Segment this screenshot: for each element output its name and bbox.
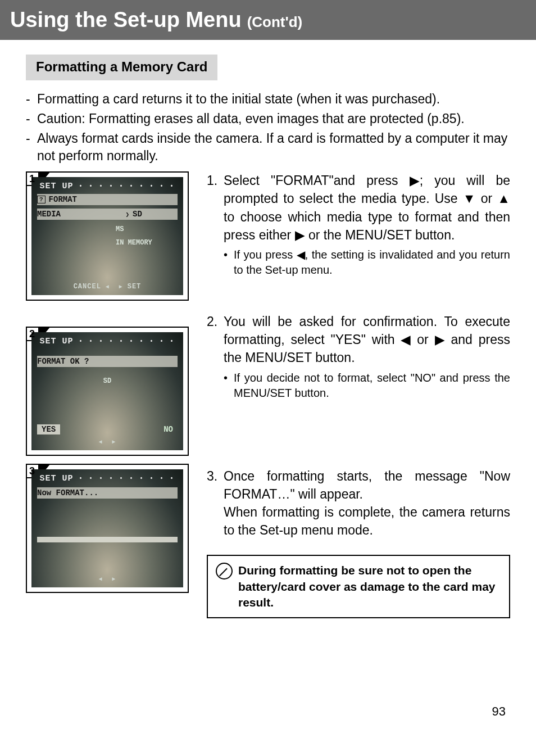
step-body: You will be asked for confirmation. To e… (224, 313, 510, 401)
triangle-left-icon: ◄ (106, 284, 110, 290)
step-body: Select "FORMAT"and press ▶; you will be … (224, 171, 510, 278)
lcd-title: SET UP • • • • • • • • • • (31, 182, 183, 191)
triangle-right-icon: ▶ (410, 171, 420, 189)
triangle-down-icon: ▼ (463, 189, 476, 207)
step-sub: If you decide not to format, select "NO"… (224, 370, 510, 401)
step-2: 2. You will be asked for confirmation. T… (207, 313, 510, 401)
triangle-left-icon: ◀ (401, 331, 411, 348)
lcd-title: SET UP • • • • • • • • • • (31, 337, 183, 346)
lcd-row-format: ? FORMAT (37, 194, 178, 205)
intro-text: Formatting a card returns it to the init… (37, 90, 510, 108)
intro-text: Caution: Formatting erases all data, eve… (37, 110, 510, 128)
step-body: Once formatting starts, the message "Now… (224, 467, 510, 540)
step-3: 3. Once formatting starts, the message "… (207, 467, 510, 540)
intro-list: - Formatting a card returns it to the in… (26, 90, 510, 165)
section-heading: Formatting a Memory Card (26, 55, 217, 80)
lcd-row-status: Now FORMAT... (37, 487, 178, 499)
triangle-left-icon: ◄ (99, 439, 103, 445)
page-number: 93 (492, 704, 506, 719)
intro-item: - Always format cards inside the camera.… (26, 130, 510, 165)
dots-icon: • • • • • • • • • • (79, 338, 175, 345)
instructions-column: 1. Select "FORMAT"and press ▶; you will … (207, 171, 510, 618)
warning-box: During formatting be sure not to open th… (207, 555, 510, 618)
dots-icon: • • • • • • • • • • (79, 476, 175, 482)
lcd-option-sd: SD (31, 377, 183, 385)
chevron-right-icon: ❯ (125, 211, 129, 218)
dots-icon: • • • • • • • • • • (79, 183, 175, 189)
header-subtitle: (Cont'd) (247, 13, 303, 31)
lcd-option-ms: MS (116, 225, 183, 233)
triangle-right-icon: ► (112, 576, 116, 582)
step-number: 2. (207, 313, 224, 401)
question-icon: ? (37, 196, 46, 203)
lcd-option-memory: IN MEMORY (116, 239, 183, 247)
lcd-screen: SET UP • • • • • • • • • • Now FORMAT...… (31, 469, 183, 587)
step-number: 3. (207, 467, 224, 540)
lcd-screen: SET UP • • • • • • • • • • FORMAT OK ? S… (31, 332, 183, 450)
lcd-footer-arrows: ◄ ► (31, 438, 183, 446)
progress-bar (37, 537, 178, 542)
step-sub: If you press ◀, the setting is invalidat… (224, 247, 510, 278)
lcd-screen: SET UP • • • • • • • • • • ? FORMAT MEDI… (31, 177, 183, 295)
no-label: NO (159, 424, 178, 434)
triangle-right-icon: ► (112, 439, 116, 445)
manual-page: Using the Set-up Menu (Cont'd) Formattin… (0, 0, 536, 756)
content-area: Formatting a Memory Card - Formatting a … (0, 40, 536, 618)
page-header: Using the Set-up Menu (Cont'd) (0, 0, 536, 40)
triangle-up-icon: ▲ (497, 189, 510, 207)
screenshot-2: 2 SET UP • • • • • • • • • • FORMAT OK ?… (26, 327, 189, 456)
lcd-row-media: MEDIA ❯ SD (37, 209, 178, 220)
yes-label: YES (37, 424, 60, 434)
triangle-right-icon: ▶ (435, 331, 445, 348)
screenshot-1: 1 SET UP • • • • • • • • • • ? FORMAT ME… (26, 171, 189, 301)
intro-text: Always format cards inside the camera. I… (37, 130, 510, 165)
lcd-yes-no: YES NO (37, 424, 178, 434)
step-number: 1. (207, 171, 224, 278)
dash-icon: - (26, 110, 37, 128)
screenshot-column: 1 SET UP • • • • • • • • • • ? FORMAT ME… (26, 171, 189, 618)
intro-item: - Caution: Formatting erases all data, e… (26, 110, 510, 128)
triangle-left-icon: ◀ (297, 247, 305, 262)
step-1: 1. Select "FORMAT"and press ▶; you will … (207, 171, 510, 278)
prohibit-icon (216, 563, 233, 580)
lcd-footer: CANCEL ◄ ► SET (31, 283, 183, 291)
triangle-left-icon: ◄ (99, 576, 103, 582)
triangle-right-icon: ► (119, 284, 123, 290)
warning-text: During formatting be sure not to open th… (238, 563, 501, 610)
header-title: Using the Set-up Menu (10, 8, 242, 32)
lcd-footer-arrows: ◄ ► (31, 575, 183, 583)
intro-item: - Formatting a card returns it to the in… (26, 90, 510, 108)
dash-icon: - (26, 90, 37, 108)
lcd-title: SET UP • • • • • • • • • • (31, 474, 183, 483)
lcd-row-prompt: FORMAT OK ? (37, 356, 178, 367)
screenshot-3: 3 SET UP • • • • • • • • • • Now FORMAT.… (26, 464, 189, 593)
dash-icon: - (26, 130, 37, 165)
triangle-right-icon: ▶ (295, 226, 305, 244)
